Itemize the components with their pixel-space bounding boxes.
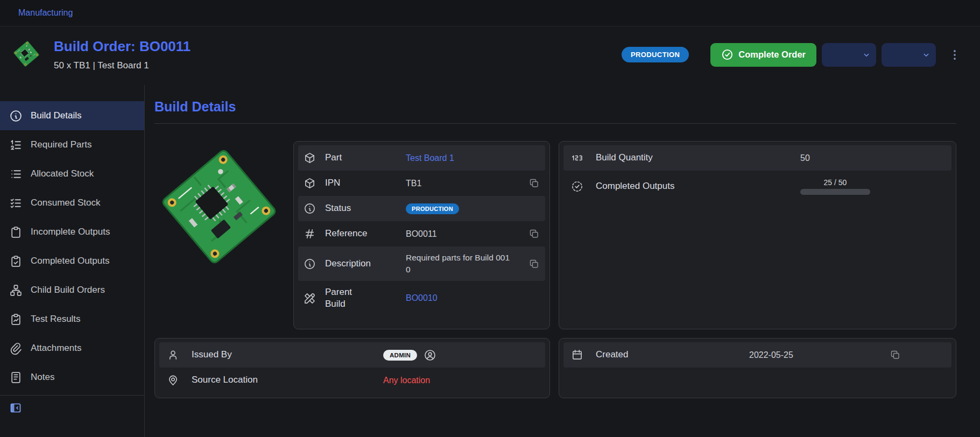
chevron-down-icon: [921, 50, 931, 60]
sidebar-item-child-build-orders[interactable]: Child Build Orders: [0, 276, 144, 305]
admin-badge: ADMIN: [383, 350, 417, 361]
title-block: Build Order: BO0011 50 x TB1 | Test Boar…: [54, 38, 191, 71]
detail-label: IPN: [325, 177, 406, 189]
sidebar-item-notes[interactable]: Notes: [0, 363, 144, 392]
detail-value: TB1: [406, 179, 421, 188]
detail-value: Required parts for Build 0010: [406, 252, 513, 275]
part-image[interactable]: [154, 142, 284, 271]
sidebar-item-build-details[interactable]: Build Details: [0, 101, 144, 130]
part-thumbnail-image[interactable]: [12, 39, 41, 68]
sidebar: Build Details Required Parts Allocated S…: [0, 85, 145, 437]
issued-panel: Issued By ADMIN Source Location: [154, 338, 550, 398]
content: Build Details Required Parts Allocated S…: [0, 85, 980, 437]
page-header: Build Order: BO0011 50 x TB1 | Test Boar…: [0, 26, 980, 85]
detail-label: Status: [325, 202, 406, 214]
box-icon: [304, 177, 325, 189]
detail-row-source-location: Source Location Any location: [159, 368, 545, 393]
right-column: Build Quantity 50 Completed Outputs: [559, 141, 956, 398]
copy-button[interactable]: [528, 178, 540, 189]
notes-icon: [9, 371, 23, 384]
page-title: Build Order: BO0011: [54, 38, 191, 55]
detail-row-created: Created 2022-05-25: [563, 342, 951, 368]
user-circle-icon: [424, 349, 436, 362]
sidebar-collapse-icon: [9, 401, 22, 414]
created-panel: Created 2022-05-25: [559, 338, 956, 398]
detail-row-status: Status PRODUCTION: [298, 196, 545, 221]
progress-bar: [800, 189, 870, 195]
copy-button[interactable]: [890, 349, 901, 361]
detail-label: Source Location: [192, 374, 383, 386]
part-link[interactable]: Test Board 1: [406, 153, 454, 163]
page: Manufacturing Build Order: BO0011 50 x T…: [0, 0, 980, 437]
heading-divider: [154, 123, 956, 124]
copy-icon: [890, 349, 901, 361]
detail-label: Description: [325, 258, 406, 270]
print-actions-button[interactable]: [882, 43, 936, 67]
progress-label: 25 / 50: [800, 178, 870, 187]
sidebar-item-incomplete-outputs[interactable]: Incomplete Outputs: [0, 217, 144, 246]
sidebar-item-test-results[interactable]: Test Results: [0, 305, 144, 334]
user-icon: [167, 349, 192, 361]
complete-order-button[interactable]: Complete Order: [710, 43, 816, 67]
sidebar-item-label: Required Parts: [31, 139, 91, 150]
sidebar-item-completed-outputs[interactable]: Completed Outputs: [0, 246, 144, 276]
pcb-image-graphic: [154, 142, 284, 271]
detail-row-parent-build: Parent Build BO0010: [298, 281, 545, 315]
clipboard-check-icon: [9, 255, 23, 268]
info-circle-icon: [9, 109, 23, 123]
sidebar-collapse-button[interactable]: [0, 396, 144, 420]
sidebar-item-label: Attachments: [31, 343, 82, 354]
printer-icon: [886, 47, 920, 62]
detail-row-reference: Reference BO0011: [298, 221, 545, 246]
more-actions-button[interactable]: [946, 46, 964, 64]
paperclip-icon: [9, 342, 23, 355]
left-column: Part Test Board 1 IPN TB1: [154, 141, 550, 398]
pcb-thumbnail-graphic: [12, 39, 41, 68]
main-panel: Build Details Pa: [145, 85, 980, 437]
sidebar-item-label: Test Results: [31, 314, 81, 325]
detail-value: BO0011: [406, 229, 437, 239]
status-badge: PRODUCTION: [622, 47, 689, 62]
section-heading: Build Details: [154, 99, 956, 115]
box-icon: [304, 152, 325, 164]
parent-build-link[interactable]: BO0010: [406, 293, 438, 303]
breadcrumb-manufacturing[interactable]: Manufacturing: [18, 8, 73, 18]
circle-check-icon: [721, 48, 734, 61]
complete-order-label: Complete Order: [738, 50, 806, 60]
progress-check-icon: [571, 180, 596, 193]
sidebar-item-allocated-stock[interactable]: Allocated Stock: [0, 159, 144, 188]
detail-row-ipn: IPN TB1: [298, 171, 545, 196]
copy-button[interactable]: [528, 258, 540, 270]
completed-outputs-progress: 25 / 50: [800, 178, 870, 195]
sidebar-item-label: Allocated Stock: [31, 168, 94, 179]
header-left: Build Order: BO0011 50 x TB1 | Test Boar…: [12, 38, 191, 71]
status-badge: PRODUCTION: [406, 203, 459, 214]
details-row: Part Test Board 1 IPN TB1: [154, 141, 550, 329]
sidebar-item-consumed-stock[interactable]: Consumed Stock: [0, 188, 144, 217]
sidebar-item-label: Incomplete Outputs: [31, 227, 110, 237]
tools-icon: [304, 292, 325, 305]
test-report-icon: [9, 313, 23, 326]
page-subtitle: 50 x TB1 | Test Board 1: [54, 60, 191, 71]
clipboard-icon: [9, 225, 23, 239]
calendar-icon: [571, 349, 596, 361]
detail-row-issued-by: Issued By ADMIN: [159, 342, 545, 368]
dots-vertical-icon: [948, 48, 962, 62]
details-grid: Part Test Board 1 IPN TB1: [154, 141, 956, 398]
sidebar-item-label: Consumed Stock: [31, 198, 100, 208]
build-details-panel: Part Test Board 1 IPN TB1: [293, 141, 550, 329]
sidebar-item-attachments[interactable]: Attachments: [0, 334, 144, 363]
sidebar-item-required-parts[interactable]: Required Parts: [0, 130, 144, 159]
map-pin-icon: [167, 374, 192, 386]
sitemap-icon: [9, 284, 23, 297]
barcode-actions-button[interactable]: [822, 43, 876, 67]
copy-icon: [528, 228, 540, 239]
sidebar-item-label: Build Details: [31, 110, 82, 121]
list-icon: [9, 167, 23, 181]
detail-row-build-quantity: Build Quantity 50: [563, 145, 951, 171]
detail-row-part: Part Test Board 1: [298, 145, 545, 171]
detail-row-completed-outputs: Completed Outputs 25 / 50: [563, 171, 951, 202]
detail-row-description: Description Required parts for Build 001…: [298, 246, 545, 281]
copy-button[interactable]: [528, 228, 540, 239]
detail-value: 50: [800, 153, 810, 163]
